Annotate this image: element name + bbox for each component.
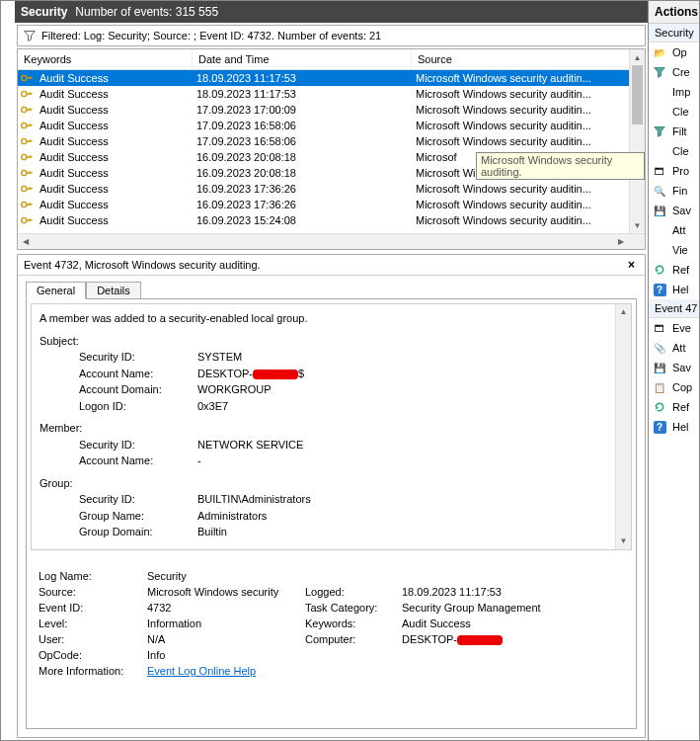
- action-label: Eve: [672, 322, 691, 334]
- meta-logged-value: 18.09.2023 11:17:53: [402, 586, 624, 598]
- event-row[interactable]: Audit Success17.09.2023 16:58:06Microsof…: [18, 133, 645, 149]
- action-eve[interactable]: 🗔Eve: [649, 318, 699, 338]
- group-name-label: Group Name:: [79, 508, 197, 525]
- scroll-thumb[interactable]: [632, 65, 643, 124]
- action-hel[interactable]: ?Hel: [649, 280, 699, 299]
- meta-kw-label: Keywords:: [305, 618, 402, 629]
- action-pro[interactable]: 🗔Pro: [649, 161, 699, 181]
- subject-lid-value: 0x3E7: [197, 398, 623, 415]
- scroll-right-icon[interactable]: ▶: [613, 234, 629, 249]
- meta-usr-value: N/A: [147, 633, 305, 645]
- blank-icon: [653, 243, 666, 257]
- action-filt[interactable]: Filt: [649, 122, 699, 141]
- meta-op-label: OpCode:: [39, 649, 147, 661]
- scroll-down-icon[interactable]: ▼: [630, 217, 645, 233]
- msg-scrollbar[interactable]: ▲ ▼: [615, 304, 631, 549]
- action-ref[interactable]: Ref: [649, 260, 699, 280]
- funnel-icon: [24, 30, 36, 41]
- meta-logged-label: Logged:: [305, 586, 402, 598]
- funnel-icon: [653, 124, 666, 138]
- open-icon: 📂: [653, 45, 666, 59]
- member-sid-label: Security ID:: [79, 437, 197, 453]
- action-cre[interactable]: Cre: [649, 62, 699, 82]
- event-row[interactable]: Audit Success16.09.2023 17:36:26Microsof…: [18, 197, 645, 212]
- meta-cmp-label: Computer:: [305, 633, 402, 645]
- meta-eid-value: 4732: [147, 602, 305, 614]
- action-label: Hel: [672, 284, 689, 295]
- group-dom-label: Group Domain:: [79, 524, 197, 540]
- prop-icon: 🗔: [653, 164, 666, 178]
- action-fin[interactable]: 🔍Fin: [649, 181, 699, 201]
- action-label: Vie: [672, 244, 688, 256]
- message-head: A member was added to a security-enabled…: [39, 310, 623, 327]
- col-datetime[interactable]: Date and Time: [193, 49, 412, 69]
- attach-icon: 📎: [653, 341, 666, 355]
- action-cle[interactable]: Cle: [649, 102, 699, 122]
- source-tooltip: Microsoft Windows security auditing.: [476, 152, 645, 180]
- list-scrollbar-h[interactable]: ◀ ▶: [18, 233, 645, 249]
- scroll-down-icon[interactable]: ▼: [616, 534, 631, 549]
- copy-icon: 📋: [653, 380, 666, 394]
- col-source[interactable]: Source: [412, 49, 645, 69]
- event-row[interactable]: Audit Success17.09.2023 16:58:06Microsof…: [18, 118, 645, 133]
- action-ref[interactable]: Ref: [649, 397, 699, 417]
- event-list: Keywords Date and Time Source Audit Succ…: [17, 48, 646, 250]
- action-cle[interactable]: Cle: [649, 141, 699, 161]
- row-keywords: Audit Success: [34, 214, 191, 226]
- close-icon[interactable]: ×: [624, 258, 639, 272]
- action-sav[interactable]: 💾Sav: [649, 358, 699, 377]
- funnel-icon: [653, 65, 666, 79]
- action-vie[interactable]: Vie: [649, 240, 699, 260]
- svg-point-9: [22, 217, 27, 222]
- scroll-left-icon[interactable]: ◀: [18, 234, 34, 249]
- scroll-up-icon[interactable]: ▲: [616, 304, 631, 320]
- event-log-help-link[interactable]: Event Log Online Help: [147, 665, 624, 677]
- tab-details[interactable]: Details: [86, 282, 141, 299]
- actions-group-security: Security: [649, 24, 699, 42]
- event-message: A member was added to a security-enabled…: [31, 303, 632, 550]
- group-sid-label: Security ID:: [79, 491, 197, 508]
- action-att[interactable]: 📎Att: [649, 338, 699, 358]
- actions-group-event: Event 47: [649, 299, 699, 318]
- action-cop[interactable]: 📋Cop: [649, 377, 699, 397]
- action-op[interactable]: 📂Op: [649, 42, 699, 62]
- row-datetime: 18.09.2023 11:17:53: [191, 88, 410, 100]
- event-row[interactable]: Audit Success17.09.2023 17:00:09Microsof…: [18, 102, 645, 118]
- group-sid-value: BUILTIN\Administrators: [197, 491, 623, 508]
- row-datetime: 18.09.2023 11:17:53: [191, 72, 410, 84]
- row-source: Microsoft Windows security auditin...: [410, 120, 645, 131]
- action-label: Hel: [672, 421, 689, 433]
- blank-icon: [653, 85, 666, 99]
- log-header: Security Number of events: 315 555: [15, 1, 648, 23]
- action-label: Sav: [672, 362, 691, 373]
- svg-point-2: [22, 107, 27, 112]
- meta-lvl-value: Information: [147, 618, 305, 629]
- list-scrollbar-v[interactable]: ▲ ▼: [629, 49, 645, 233]
- action-imp[interactable]: Imp: [649, 82, 699, 102]
- help-icon: ?: [653, 420, 666, 434]
- addl-label: Additional Information:: [39, 546, 623, 551]
- meta-log-label: Log Name:: [39, 570, 147, 582]
- event-row[interactable]: Audit Success16.09.2023 15:24:08Microsof…: [18, 212, 645, 228]
- action-hel[interactable]: ?Hel: [649, 417, 699, 437]
- event-row[interactable]: Audit Success16.09.2023 17:36:26Microsof…: [18, 181, 645, 197]
- row-datetime: 17.09.2023 16:58:06: [191, 135, 410, 147]
- scroll-up-icon[interactable]: ▲: [630, 49, 645, 65]
- svg-point-5: [22, 154, 27, 159]
- list-header[interactable]: Keywords Date and Time Source: [18, 49, 645, 70]
- subject-acc-label: Account Name:: [79, 366, 197, 382]
- row-source: Microsoft Windows security auditin...: [410, 214, 645, 226]
- action-att[interactable]: Att: [649, 220, 699, 240]
- event-row[interactable]: Audit Success18.09.2023 11:17:53Microsof…: [18, 70, 645, 86]
- col-keywords[interactable]: Keywords: [18, 49, 193, 69]
- row-source: Microsoft Windows security auditin...: [410, 104, 645, 116]
- action-sav[interactable]: 💾Sav: [649, 201, 699, 220]
- tab-general[interactable]: General: [26, 282, 86, 299]
- action-label: Imp: [672, 86, 690, 98]
- event-row[interactable]: Audit Success18.09.2023 11:17:53Microsof…: [18, 86, 645, 102]
- filter-bar: Filtered: Log: Security; Source: ; Event…: [17, 25, 646, 46]
- action-label: Ref: [672, 264, 689, 276]
- meta-cmp-value: DESKTOP-: [402, 633, 624, 645]
- group-dom-value: Builtin: [197, 524, 623, 540]
- meta-usr-label: User:: [39, 633, 147, 645]
